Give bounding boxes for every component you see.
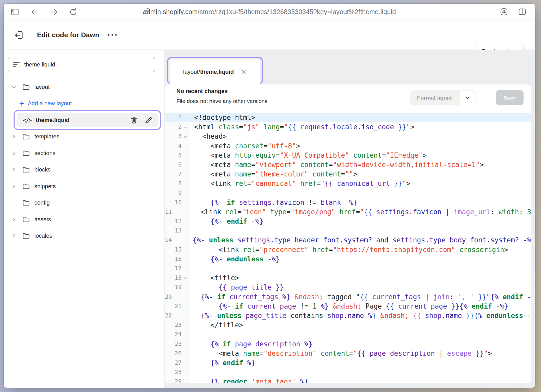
sidebar-item-theme-liquid: </>theme.liquid	[4, 112, 164, 128]
sidebar-item-snippets[interactable]: snippets	[4, 178, 164, 195]
page-title: Edit code for Dawn	[37, 31, 99, 39]
rename-file-icon[interactable]	[144, 116, 153, 124]
code-line-21[interactable]: 21 {%- if current_page != 1 %} &ndash; P…	[165, 302, 531, 311]
line-number: 15	[165, 245, 182, 254]
line-number: 27	[165, 358, 182, 368]
sidebar-item-templates[interactable]: templates	[4, 128, 164, 145]
code-text: {% endif %}	[190, 358, 255, 368]
code-text: <meta name="theme-color" content="">	[190, 169, 357, 179]
exit-editor-icon[interactable]	[14, 30, 24, 40]
code-line-29[interactable]: 29 {% render 'meta-tags' %}	[165, 377, 531, 383]
code-file-icon: </>	[23, 117, 32, 123]
code-line-14[interactable]: 14 {%- unless settings.type_header_font.…	[165, 235, 531, 245]
line-number: 21	[165, 302, 182, 311]
line-number: 11	[165, 207, 172, 217]
line-number: 1	[165, 113, 182, 122]
fold-toggle-icon[interactable]	[182, 273, 190, 283]
code-line-15[interactable]: 15 <link rel="preconnect" href="https://…	[165, 245, 531, 254]
page-settings-icon[interactable]	[500, 8, 508, 16]
sidebar-item-config[interactable]: config	[4, 195, 164, 211]
url-domain: admin.shopify.com	[143, 8, 198, 15]
code-line-12[interactable]: 12 {%- endif -%}	[165, 217, 531, 226]
code-line-25[interactable]: 25 {% if page_description %}	[165, 339, 531, 349]
reload-icon[interactable]	[69, 8, 78, 16]
sidebar-item-blocks[interactable]: blocks	[4, 162, 164, 178]
chevron-right-icon[interactable]	[10, 233, 18, 238]
code-line-9[interactable]: 9	[165, 188, 531, 198]
chevron-right-icon[interactable]	[10, 151, 18, 156]
forward-icon[interactable]	[50, 8, 58, 16]
code-text: {%- endif -%}	[190, 217, 263, 226]
code-line-2[interactable]: 2<html class="js" lang="{{ request.local…	[165, 122, 531, 132]
sidebar-item-assets[interactable]: assets	[4, 211, 164, 228]
format-liquid-dropdown[interactable]	[459, 90, 476, 105]
url-text: admin.shopify.com/store/rzq1xu-f5/themes…	[143, 8, 396, 16]
code-line-28[interactable]: 28	[165, 368, 531, 377]
file-search-input[interactable]	[24, 61, 155, 68]
link-icon	[143, 8, 150, 15]
back-icon[interactable]	[30, 8, 39, 16]
code-line-27[interactable]: 27 {% endif %}	[165, 358, 531, 368]
code-text: <head>	[190, 132, 227, 141]
line-number: 14	[165, 235, 172, 245]
code-line-13[interactable]: 13	[165, 226, 531, 235]
sidebar-item-sections[interactable]: sections	[4, 145, 164, 162]
code-line-3[interactable]: 3 <head>	[165, 132, 531, 141]
code-line-24[interactable]: 24	[165, 330, 531, 339]
code-line-16[interactable]: 16 {%- endunless -%}	[165, 254, 531, 264]
tab-layout-theme-liquid[interactable]: layout/theme.liquid	[170, 59, 260, 84]
fold-toggle-icon[interactable]	[182, 132, 190, 141]
code-line-1[interactable]: 1<!doctype html>	[165, 113, 531, 122]
code-line-20[interactable]: 20 {%- if current_tags %} &ndash; tagged…	[165, 292, 531, 302]
chevron-down-icon[interactable]	[10, 84, 18, 90]
delete-file-icon[interactable]	[130, 116, 138, 124]
file-item-theme-liquid[interactable]: </>theme.liquid	[17, 113, 158, 127]
tab-close-icon[interactable]	[241, 69, 247, 75]
line-number: 12	[165, 217, 182, 226]
line-number: 16	[165, 254, 182, 264]
code-line-19[interactable]: 19 {{ page_title }}	[165, 283, 531, 292]
code-line-18[interactable]: 18 <title>	[165, 273, 531, 283]
browser-sidebar-toggle-icon[interactable]	[10, 8, 19, 16]
line-number: 8	[165, 179, 182, 188]
code-line-17[interactable]: 17	[165, 264, 531, 273]
code-editor[interactable]: 1<!doctype html>2<html class="js" lang="…	[165, 111, 531, 383]
fold-gutter	[182, 188, 190, 198]
code-line-6[interactable]: 6 <meta name="viewport" content="width=d…	[165, 160, 531, 169]
code-line-26[interactable]: 26 <meta name="description" content="{{ …	[165, 349, 531, 358]
format-liquid-button[interactable]: Format liquid	[410, 90, 459, 105]
code-text: <meta name="description" content="{{ pag…	[190, 349, 492, 358]
code-line-8[interactable]: 8 <link rel="canonical" href="{{ canonic…	[165, 179, 531, 188]
code-line-22[interactable]: 22 {%- unless page_title contains shop.n…	[165, 311, 531, 320]
more-actions-icon[interactable]	[108, 34, 117, 36]
chevron-right-icon[interactable]	[10, 217, 18, 222]
code-line-11[interactable]: 11 <link rel="icon" type="image/png" hre…	[165, 207, 531, 217]
fold-gutter	[182, 320, 190, 330]
chevron-right-icon[interactable]	[10, 167, 18, 172]
code-text: {%- endunless -%}	[190, 254, 280, 264]
code-line-4[interactable]: 4 <meta charset="utf-8">	[165, 141, 531, 151]
file-item-label: theme.liquid	[36, 117, 70, 124]
fold-toggle-icon[interactable]	[182, 122, 190, 132]
sidebar-item-label: config	[34, 199, 50, 206]
fold-gutter	[182, 245, 190, 254]
line-number: 7	[165, 169, 182, 179]
chevron-right-icon[interactable]	[10, 134, 18, 139]
code-line-5[interactable]: 5 <meta http-equiv="X-UA-Compatible" con…	[165, 151, 531, 160]
filter-icon	[13, 62, 20, 67]
code-line-10[interactable]: 10 {%- if settings.favicon != blank -%}	[165, 198, 531, 207]
address-bar[interactable]: admin.shopify.com/store/rzq1xu-f5/themes…	[143, 4, 396, 20]
chevron-right-icon[interactable]	[10, 184, 18, 189]
code-line-7[interactable]: 7 <meta name="theme-color" content="">	[165, 169, 531, 179]
code-text	[190, 226, 194, 235]
tab-annotation-ring: layout/theme.liquid	[167, 57, 263, 84]
folder-icon	[22, 182, 30, 191]
format-liquid-group: Format liquid	[410, 90, 476, 105]
code-text: <html class="js" lang="{{ request.locale…	[190, 122, 414, 132]
sidebar-item-add-layout[interactable]: +Add a new layout	[4, 95, 164, 112]
sidebar-item-locales[interactable]: locales	[4, 228, 164, 244]
code-text: <meta name="viewport" content="width=dev…	[190, 160, 484, 169]
split-view-icon[interactable]	[518, 8, 526, 16]
sidebar-item-layout[interactable]: layout	[4, 79, 164, 95]
code-line-23[interactable]: 23 </title>	[165, 320, 531, 330]
